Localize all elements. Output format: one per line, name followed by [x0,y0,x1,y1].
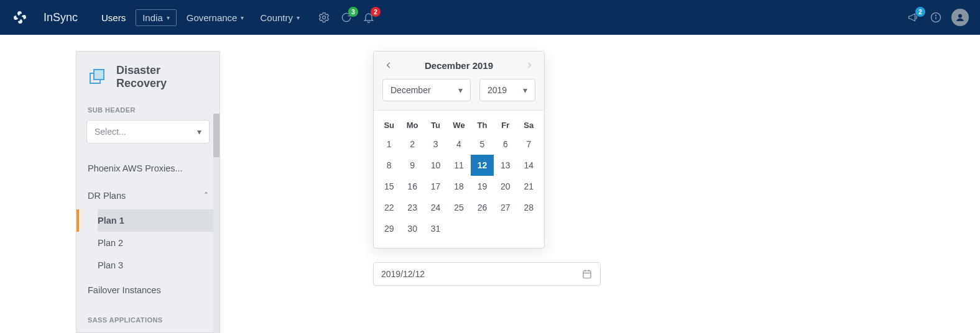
nav-users[interactable]: Users [95,9,132,27]
chevron-down-icon: ▾ [241,14,244,21]
nav-india[interactable]: India▾ [136,9,177,26]
sidebar-item-label: Phoenix AWS Proxies... [88,163,183,173]
sidebar-select[interactable]: Select... ▾ [86,120,210,144]
calendar-day[interactable]: 27 [494,197,517,218]
calendar-day[interactable]: 5 [471,134,494,155]
calendar-day[interactable]: 23 [400,197,423,218]
calendar-day[interactable]: 21 [517,176,540,197]
calendar-day[interactable]: 8 [377,155,400,176]
svg-point-0 [322,16,325,19]
bell-icon[interactable]: 2 [362,11,376,24]
calendar-week-row: 22232425262728 [377,197,540,218]
calendar-day[interactable]: 4 [447,134,470,155]
svg-point-3 [936,15,936,16]
announce-badge: 2 [915,7,925,17]
disaster-recovery-icon [88,67,108,87]
date-picker: December 2019 December ▾ 2019 ▾ [373,51,545,249]
calendar-day[interactable]: 1 [377,134,400,155]
calendar-day[interactable]: 30 [400,218,423,239]
sidebar-item-failover[interactable]: Failover Instances [76,276,220,304]
refresh-icon[interactable]: 3 [340,11,353,24]
calendar-day[interactable]: 2 [400,134,423,155]
user-avatar[interactable] [951,9,969,26]
gear-icon[interactable] [317,11,331,24]
info-icon[interactable] [929,11,943,24]
calendar-day[interactable]: 22 [377,197,400,218]
sidebar-item-dr-plans[interactable]: DR Plans ˄ [76,182,220,209]
calendar-day[interactable]: 28 [517,197,540,218]
calendar-day[interactable]: 20 [494,176,517,197]
calendar-weekday-row: SuMoTuWeThFrSa [377,117,540,134]
app-logo [11,9,29,26]
calendar-day[interactable]: 26 [471,197,494,218]
brand-name: InSync [44,11,78,24]
sidebar-group-sass: SASS APPLICATIONS [76,312,220,330]
calendar-week-row: 15161718192021 [377,176,540,197]
chevron-down-icon: ▾ [523,85,527,95]
calendar-day[interactable]: 7 [517,134,540,155]
chevron-down-icon: ▾ [458,85,463,95]
calendar-weekday: Th [471,117,494,134]
calendar-day[interactable]: 14 [517,155,540,176]
svg-rect-6 [94,70,104,80]
sidebar: Disaster Recovery SUB HEADER Select... ▾… [76,51,220,333]
nav-item-label: Governance [187,12,238,23]
sidebar-plan-item[interactable]: Plan 1 [98,209,220,232]
calendar-month-select[interactable]: December ▾ [382,79,471,101]
calendar-body: 1234567891011121314151617181920212223242… [377,134,540,239]
calendar-day[interactable]: 10 [424,155,447,176]
calendar-icon [581,268,593,280]
calendar-empty [447,218,470,239]
calendar-weekday: Fr [494,117,517,134]
megaphone-icon[interactable]: 2 [907,11,920,24]
calendar-month-value: December [391,85,431,95]
calendar-day[interactable]: 15 [377,176,400,197]
sidebar-scroll-thumb[interactable] [213,114,220,157]
calendar-day[interactable]: 24 [424,197,447,218]
sidebar-plan-list: Plan 1Plan 2Plan 3 [76,209,220,276]
sidebar-title: Disaster Recovery [116,64,208,90]
calendar-week-row: 891011121314 [377,155,540,176]
sidebar-item-proxies[interactable]: Phoenix AWS Proxies... [76,155,220,182]
calendar-day[interactable]: 16 [400,176,423,197]
chevron-down-icon: ▾ [167,14,170,21]
sidebar-select-placeholder: Select... [95,127,126,137]
calendar-header: December 2019 December ▾ 2019 ▾ [374,52,544,111]
calendar-day[interactable]: 12 [471,155,494,176]
calendar-day[interactable]: 3 [424,134,447,155]
chevron-down-icon: ▾ [297,14,300,21]
calendar-day[interactable]: 6 [494,134,517,155]
sidebar-group-subheader: SUB HEADER [76,103,220,120]
nav-items: UsersIndia▾Governance▾Country▾ [95,9,306,27]
content: Disaster Recovery SUB HEADER Select... ▾… [0,35,980,333]
nav-utility-icons: 3 2 [317,11,376,24]
calendar-day[interactable]: 11 [447,155,470,176]
sidebar-header: Disaster Recovery [76,52,220,103]
sidebar-scrollbar[interactable] [213,114,220,333]
calendar-day[interactable]: 19 [471,176,494,197]
calendar-day[interactable]: 17 [424,176,447,197]
calendar-next-button[interactable] [523,59,535,71]
calendar-day[interactable]: 18 [447,176,470,197]
date-input-field[interactable] [381,269,581,279]
sidebar-plan-item[interactable]: Plan 2 [98,232,220,254]
calendar-day[interactable]: 29 [377,218,400,239]
nav-country[interactable]: Country▾ [254,9,306,27]
calendar-day[interactable]: 31 [424,218,447,239]
nav-governance[interactable]: Governance▾ [180,9,251,27]
calendar-title: December 2019 [425,60,493,71]
calendar-prev-button[interactable] [382,59,395,71]
date-input[interactable] [373,262,601,286]
bell-badge: 2 [371,7,381,17]
topnav-right: 2 [907,9,969,26]
nav-item-label: Users [101,12,126,23]
calendar-weekday: Su [377,117,400,134]
calendar-day[interactable]: 25 [447,197,470,218]
sidebar-item-label: DR Plans [88,191,126,201]
calendar-day[interactable]: 9 [400,155,423,176]
svg-point-4 [958,14,962,18]
sidebar-plan-item[interactable]: Plan 3 [98,254,220,276]
nav-item-label: India [142,12,163,23]
calendar-day[interactable]: 13 [494,155,517,176]
calendar-year-select[interactable]: 2019 ▾ [479,79,535,101]
